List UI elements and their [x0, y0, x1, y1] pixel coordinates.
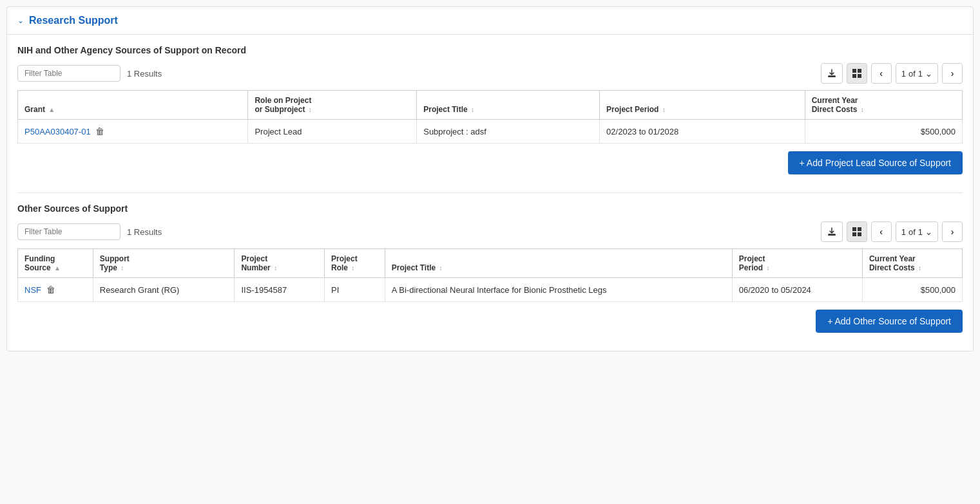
- nih-subsection-title: NIH and Other Agency Sources of Support …: [17, 45, 963, 55]
- other-funding-link[interactable]: NSF: [24, 285, 41, 295]
- other-delete-button[interactable]: 🗑: [44, 283, 58, 296]
- other-page-total: 1: [918, 227, 923, 237]
- other-col-funding: FundingSource ▲: [18, 249, 93, 278]
- nih-table: Grant ▲ Role on Projector Subproject ↕ P…: [17, 90, 963, 144]
- nih-role-cell: Project Lead: [248, 120, 417, 144]
- role-sort-icon[interactable]: ↕: [309, 106, 312, 113]
- nih-page-of: of: [908, 69, 916, 79]
- nih-table-row: P50AA030407-01 🗑 Project Lead Subproject…: [18, 120, 963, 144]
- other-project-title-cell: A Bi-directional Neural Interface for Bi…: [385, 278, 732, 302]
- nih-page-total: 1: [918, 69, 923, 79]
- costs-sort-icon[interactable]: ↕: [861, 106, 864, 113]
- other-toolbar: 1 Results ‹: [17, 221, 963, 242]
- funding-sort-icon[interactable]: ▲: [54, 265, 61, 272]
- svg-rect-2: [858, 69, 861, 73]
- nih-period-cell: 02/2023 to 01/2028: [600, 120, 805, 144]
- other-add-btn-container: + Add Other Source of Support: [17, 310, 963, 341]
- svg-rect-8: [852, 232, 856, 236]
- other-page-dropdown-icon[interactable]: ⌄: [925, 227, 932, 237]
- svg-rect-4: [858, 74, 861, 78]
- section-header[interactable]: ⌄ Research Support: [7, 7, 973, 35]
- svg-rect-1: [852, 69, 856, 73]
- nih-results-count: 1 Results: [127, 69, 162, 79]
- other-col-project-title: Project Title ↕: [385, 249, 732, 278]
- nih-page-dropdown-icon[interactable]: ⌄: [925, 69, 932, 79]
- other-col-project-num: ProjectNumber ↕: [235, 249, 325, 278]
- nih-project-title-cell: Subproject : adsf: [417, 120, 600, 144]
- other-title-sort-icon[interactable]: ↕: [439, 265, 443, 272]
- support-type-sort-icon[interactable]: ↕: [120, 265, 124, 272]
- section-content: NIH and Other Agency Sources of Support …: [7, 35, 973, 351]
- nih-grant-cell: P50AA030407-01 🗑: [18, 120, 248, 144]
- nih-subsection: NIH and Other Agency Sources of Support …: [17, 45, 963, 182]
- nih-filter-input[interactable]: [17, 65, 120, 82]
- svg-rect-6: [852, 227, 856, 231]
- project-role-sort-icon[interactable]: ↕: [351, 265, 354, 272]
- svg-rect-9: [858, 232, 861, 236]
- nih-col-grant: Grant ▲: [18, 91, 248, 120]
- project-title-sort-icon[interactable]: ↕: [471, 106, 474, 113]
- other-subsection: Other Sources of Support 1 Results: [17, 203, 963, 341]
- period-sort-icon[interactable]: ↕: [662, 106, 666, 113]
- nih-costs-cell: $500,000: [805, 120, 962, 144]
- nih-page-current: 1: [901, 69, 906, 79]
- add-project-lead-button[interactable]: + Add Project Lead Source of Support: [788, 151, 963, 174]
- nih-download-button[interactable]: [821, 63, 843, 84]
- nih-toolbar-left: 1 Results: [17, 65, 162, 82]
- project-num-sort-icon[interactable]: ↕: [274, 265, 277, 272]
- section-title: Research Support: [29, 15, 118, 26]
- other-period-cell: 06/2020 to 05/2024: [732, 278, 862, 302]
- research-support-panel: ⌄ Research Support NIH and Other Agency …: [6, 6, 974, 351]
- nih-grid-button[interactable]: [847, 63, 867, 84]
- other-col-period: ProjectPeriod ↕: [732, 249, 862, 278]
- other-table-row: NSF 🗑 Research Grant (RG) IIS-1954587 PI…: [18, 278, 963, 302]
- grant-sort-icon[interactable]: ▲: [48, 106, 55, 113]
- other-col-project-role: ProjectRole ↕: [324, 249, 385, 278]
- svg-rect-3: [852, 74, 856, 78]
- nih-add-btn-container: + Add Project Lead Source of Support: [17, 151, 963, 182]
- other-col-support-type: SupportType ↕: [93, 249, 235, 278]
- other-filter-input[interactable]: [17, 223, 120, 240]
- other-prev-button[interactable]: ‹: [871, 221, 892, 242]
- other-toolbar-left: 1 Results: [17, 223, 162, 240]
- nih-col-costs: Current YearDirect Costs ↕: [805, 91, 962, 120]
- nih-next-button[interactable]: ›: [942, 63, 963, 84]
- other-funding-cell: NSF 🗑: [18, 278, 93, 302]
- other-table: FundingSource ▲ SupportType ↕ ProjectNum…: [17, 248, 963, 302]
- nih-toolbar-right: ‹ 1 of 1 ⌄ ›: [821, 63, 963, 84]
- nih-col-period: Project Period ↕: [600, 91, 805, 120]
- other-period-sort-icon[interactable]: ↕: [766, 265, 769, 272]
- section-divider: [17, 192, 963, 193]
- other-page-current: 1: [901, 227, 906, 237]
- other-toolbar-right: ‹ 1 of 1 ⌄ ›: [821, 221, 963, 242]
- other-grid-button[interactable]: [847, 221, 867, 242]
- other-next-button[interactable]: ›: [942, 221, 963, 242]
- other-col-costs: Current YearDirect Costs ↕: [862, 249, 962, 278]
- other-pagination: 1 of 1 ⌄: [896, 221, 938, 242]
- nih-grant-link[interactable]: P50AA030407-01: [24, 127, 91, 136]
- other-support-type-cell: Research Grant (RG): [93, 278, 235, 302]
- nih-col-role: Role on Projector Subproject ↕: [248, 91, 417, 120]
- nih-toolbar: 1 Results ‹: [17, 63, 963, 84]
- other-results-count: 1 Results: [127, 227, 162, 237]
- nih-delete-button[interactable]: 🗑: [93, 125, 107, 138]
- other-subsection-title: Other Sources of Support: [17, 203, 963, 214]
- nih-col-project-title: Project Title ↕: [417, 91, 600, 120]
- other-costs-sort-icon[interactable]: ↕: [918, 265, 921, 272]
- chevron-down-icon: ⌄: [17, 16, 24, 25]
- other-costs-cell: $500,000: [862, 278, 962, 302]
- nih-prev-button[interactable]: ‹: [871, 63, 892, 84]
- add-other-source-button[interactable]: + Add Other Source of Support: [816, 310, 963, 333]
- other-project-num-cell: IIS-1954587: [235, 278, 325, 302]
- nih-pagination: 1 of 1 ⌄: [896, 63, 938, 84]
- svg-rect-7: [858, 227, 861, 231]
- svg-rect-5: [828, 234, 836, 236]
- other-project-role-cell: PI: [324, 278, 385, 302]
- other-download-button[interactable]: [821, 221, 843, 242]
- svg-rect-0: [828, 76, 836, 77]
- other-page-of: of: [908, 227, 916, 237]
